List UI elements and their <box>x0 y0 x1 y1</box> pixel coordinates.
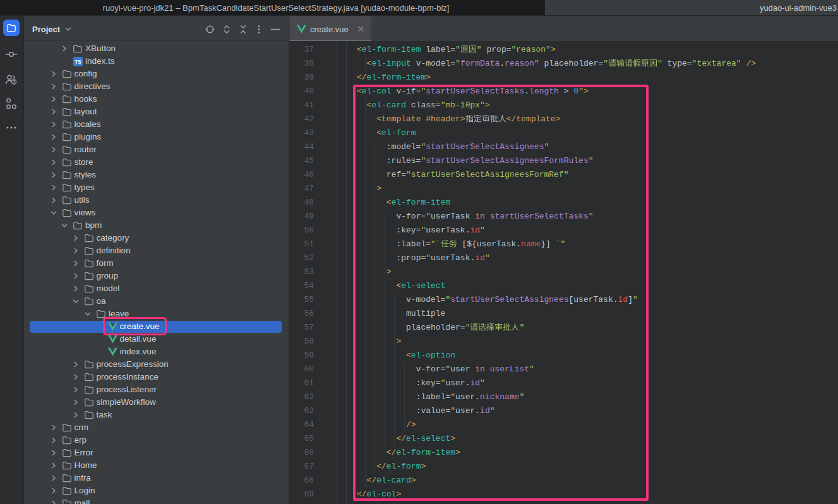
svg-text:TS: TS <box>75 59 81 65</box>
